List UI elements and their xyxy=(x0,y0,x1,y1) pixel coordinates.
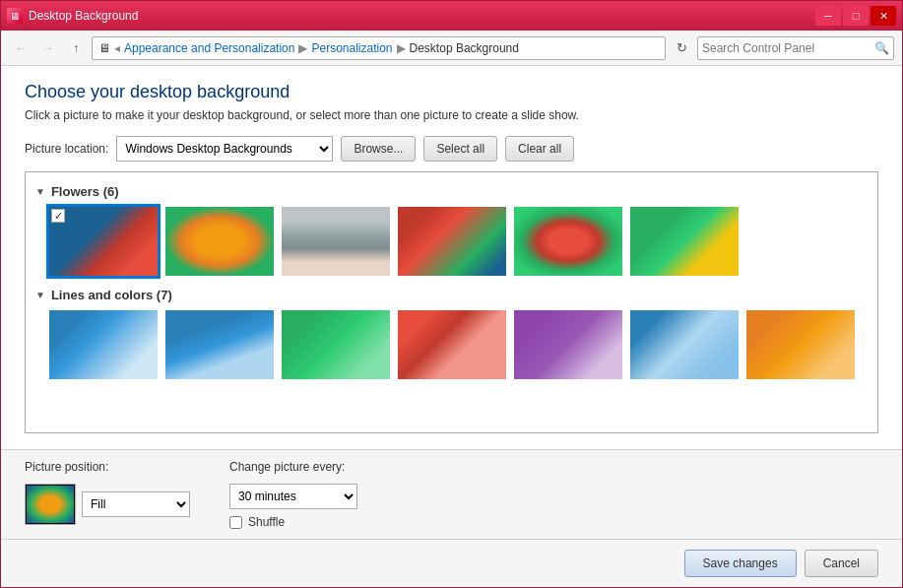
thumb-image-f2 xyxy=(165,207,274,276)
breadcrumb-sep-1: ▶ xyxy=(298,41,307,55)
thumb-check-f1: ✓ xyxy=(51,209,65,223)
title-bar: 🖥 Desktop Background ─ □ ✕ xyxy=(1,1,902,31)
change-picture-label: Change picture every: xyxy=(229,460,357,474)
thumbnail-f1[interactable]: ✓ xyxy=(49,207,158,276)
breadcrumb-sep-2: ▶ xyxy=(397,41,406,55)
controls-row: Picture location: Windows Desktop Backgr… xyxy=(25,136,878,162)
search-box: 🔍 xyxy=(697,36,894,60)
bottom-controls: Picture position: Fill Fit Stretch Tile … xyxy=(25,460,878,529)
thumbnails-row-lines xyxy=(33,310,870,379)
location-label: Picture location: xyxy=(25,142,108,156)
thumb-image-l2 xyxy=(165,310,274,379)
thumbnail-f6[interactable] xyxy=(630,207,739,276)
thumb-image-f4 xyxy=(398,207,506,276)
action-row: Save changes Cancel xyxy=(1,539,902,587)
title-bar-left: 🖥 Desktop Background xyxy=(7,8,138,24)
thumb-image-l5 xyxy=(514,310,622,379)
thumb-image-f5 xyxy=(514,207,622,276)
position-preview xyxy=(25,484,76,525)
maximize-button[interactable]: □ xyxy=(843,6,869,26)
shuffle-label: Shuffle xyxy=(248,515,285,529)
thumbnail-f3[interactable] xyxy=(282,207,390,276)
save-changes-button[interactable]: Save changes xyxy=(684,550,797,577)
category-header-lines: ▼ Lines and colors (7) xyxy=(33,284,870,306)
refresh-button[interactable]: ↻ xyxy=(670,36,693,60)
title-bar-controls: ─ □ ✕ xyxy=(815,6,896,26)
up-button[interactable]: ↑ xyxy=(64,36,88,60)
navigation-bar: ← → ↑ 🖥 ◂ Appearance and Personalization… xyxy=(1,31,902,66)
thumb-image-f6 xyxy=(630,207,739,276)
thumbnail-l6[interactable] xyxy=(630,310,739,379)
thumbnail-l7[interactable] xyxy=(746,310,855,379)
shuffle-row: Shuffle xyxy=(229,515,357,529)
thumbnail-f5[interactable] xyxy=(514,207,622,276)
thumb-image-f1 xyxy=(49,207,158,276)
thumbnail-f2[interactable] xyxy=(165,207,274,276)
category-arrow-flowers: ▼ xyxy=(35,186,45,197)
close-button[interactable]: ✕ xyxy=(871,6,896,26)
thumbnail-l4[interactable] xyxy=(398,310,506,379)
thumbnail-l5[interactable] xyxy=(514,310,622,379)
thumb-image-l6 xyxy=(630,310,739,379)
forward-button[interactable]: → xyxy=(36,36,60,60)
breadcrumb-icon: 🖥 xyxy=(98,41,110,55)
search-icon: 🔍 xyxy=(874,41,889,55)
shuffle-checkbox[interactable] xyxy=(229,516,242,529)
interval-dropdown[interactable]: 30 minutes 10 seconds 30 seconds 1 minut… xyxy=(229,484,357,509)
position-row: Fill Fit Stretch Tile Center xyxy=(25,484,190,525)
category-label-lines: Lines and colors (7) xyxy=(51,288,172,302)
back-button[interactable]: ← xyxy=(9,36,32,60)
bottom-section: Picture position: Fill Fit Stretch Tile … xyxy=(1,449,902,539)
thumb-image-l4 xyxy=(398,310,506,379)
thumbnails-row-flowers: ✓ xyxy=(33,207,870,276)
position-preview-image xyxy=(27,486,74,523)
gallery-inner: ▼ Flowers (6) ✓ xyxy=(26,172,877,395)
thumb-image-l3 xyxy=(282,310,390,379)
content-area: Choose your desktop background Click a p… xyxy=(1,66,902,449)
category-header-flowers: ▼ Flowers (6) xyxy=(33,180,870,203)
change-picture-group: Change picture every: 30 minutes 10 seco… xyxy=(229,460,357,529)
thumbnail-l1[interactable] xyxy=(49,310,158,379)
thumb-image-f3 xyxy=(282,207,390,276)
clear-button[interactable]: Clear all xyxy=(505,136,574,162)
cancel-button[interactable]: Cancel xyxy=(805,550,878,577)
picture-position-label: Picture position: xyxy=(25,460,190,474)
category-arrow-lines: ▼ xyxy=(35,290,45,300)
main-window: 🖥 Desktop Background ─ □ ✕ ← → ↑ 🖥 ◂ App… xyxy=(0,0,903,588)
position-dropdown[interactable]: Fill Fit Stretch Tile Center xyxy=(82,491,190,517)
thumbnail-l2[interactable] xyxy=(165,310,274,379)
minimize-button[interactable]: ─ xyxy=(815,6,841,26)
thumbnail-f4[interactable] xyxy=(398,207,506,276)
page-title: Choose your desktop background xyxy=(25,82,878,102)
thumbnail-l3[interactable] xyxy=(282,310,390,379)
change-row: 30 minutes 10 seconds 30 seconds 1 minut… xyxy=(229,484,357,509)
breadcrumb-link-personalization[interactable]: Personalization xyxy=(311,41,392,55)
breadcrumb-link-appearance[interactable]: Appearance and Personalization xyxy=(124,41,294,55)
thumb-image-l7 xyxy=(746,310,855,379)
thumb-image-l1 xyxy=(49,310,158,379)
gallery-container[interactable]: ▼ Flowers (6) ✓ xyxy=(25,171,878,433)
location-dropdown[interactable]: Windows Desktop Backgrounds xyxy=(116,136,333,162)
page-subtitle: Click a picture to make it your desktop … xyxy=(25,108,878,122)
browse-button[interactable]: Browse... xyxy=(341,136,416,162)
window-title: Desktop Background xyxy=(29,9,138,23)
category-label-flowers: Flowers (6) xyxy=(51,184,119,199)
select-all-button[interactable]: Select all xyxy=(423,136,497,162)
breadcrumb: 🖥 ◂ Appearance and Personalization ▶ Per… xyxy=(92,36,666,60)
window-icon: 🖥 xyxy=(7,8,23,24)
breadcrumb-current: Desktop Background xyxy=(410,41,519,55)
search-input[interactable] xyxy=(702,41,874,55)
picture-position-group: Picture position: Fill Fit Stretch Tile … xyxy=(25,460,190,525)
